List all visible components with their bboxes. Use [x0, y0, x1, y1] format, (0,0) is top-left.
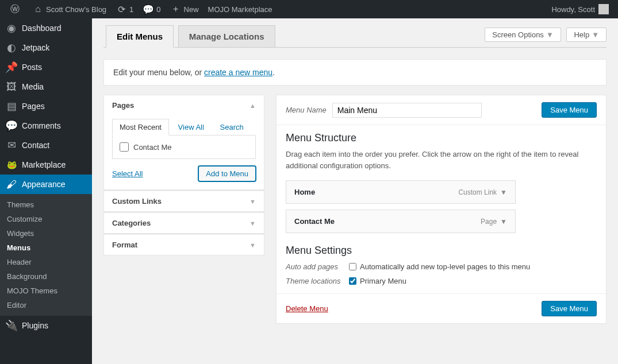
tab-edit-menus[interactable]: Edit Menus — [106, 25, 174, 48]
sidebar-item-dashboard[interactable]: ◉Dashboard — [0, 18, 92, 38]
sidebar-item-marketplace[interactable]: 🐸Marketplace — [0, 155, 92, 175]
custom-links-toggle[interactable]: Custom Links▼ — [104, 191, 264, 211]
sidebar-item-label: Dashboard — [22, 24, 62, 33]
custom-links-box: Custom Links▼ — [103, 190, 264, 212]
menu-item-home[interactable]: Home Custom Link▼ — [286, 180, 516, 204]
pages-tab-search[interactable]: Search — [213, 119, 251, 135]
page-check-label: Contact Me — [133, 143, 171, 152]
admin-sidebar: ◉Dashboard ◐Jetpack 📌Posts 🖾Media ▤Pages… — [0, 18, 92, 364]
refresh-icon: ⟳ — [116, 3, 127, 15]
plus-icon: + — [170, 3, 182, 15]
mojo-marketplace[interactable]: MOJO Marketplace — [204, 0, 277, 18]
auto-add-option[interactable]: Automatically add new top-level pages to… — [349, 262, 530, 271]
sidebar-item-media[interactable]: 🖾Media — [0, 77, 92, 96]
sidebar-item-pages[interactable]: ▤Pages — [0, 96, 92, 116]
updates[interactable]: ⟳1 — [111, 0, 138, 18]
sub-item-mojo-themes[interactable]: MOJO Themes — [0, 284, 92, 298]
theme-location-option[interactable]: Primary Menu — [349, 277, 406, 285]
new-label: New — [184, 5, 199, 14]
comments-count: 0 — [156, 5, 160, 14]
sidebar-item-posts[interactable]: 📌Posts — [0, 57, 92, 77]
menu-item-title: Home — [294, 188, 315, 196]
save-menu-button-top[interactable]: Save Menu — [542, 102, 597, 118]
pin-icon: 📌 — [6, 61, 17, 73]
screen-options-button[interactable]: Screen Options▼ — [485, 28, 561, 42]
menu-name-input[interactable] — [332, 103, 482, 118]
pages-checklist: Contact Me — [112, 135, 256, 159]
sidebar-item-appearance[interactable]: 🖌Appearance — [0, 175, 92, 194]
comments[interactable]: 💬0 — [138, 0, 165, 18]
save-menu-button-bottom[interactable]: Save Menu — [542, 301, 597, 316]
caret-down-icon: ▼ — [500, 188, 507, 196]
page-check-item[interactable]: Contact Me — [120, 142, 248, 152]
pages-tab-recent[interactable]: Most Recent — [112, 119, 169, 135]
admin-bar: ⓦ ⌂Scott Chow's Blog ⟳1 💬0 +New MOJO Mar… — [0, 0, 618, 18]
menu-item-title: Contact Me — [294, 217, 335, 226]
create-new-menu-link[interactable]: create a new menu — [204, 68, 272, 77]
sidebar-item-plugins[interactable]: 🔌Plugins — [0, 316, 92, 335]
menu-item-type: Page — [481, 218, 497, 226]
caret-down-icon: ▼ — [249, 220, 256, 227]
media-icon: 🖾 — [6, 81, 17, 92]
menu-edit-panel: Menu Name Save Menu Menu Structure Drag … — [276, 95, 607, 324]
sub-item-header[interactable]: Header — [0, 255, 92, 269]
select-all-link[interactable]: Select All — [112, 169, 143, 178]
auto-add-checkbox[interactable] — [349, 263, 356, 270]
mail-icon: ✉ — [6, 140, 17, 151]
my-account[interactable]: Howdy, Scott — [547, 0, 613, 18]
auto-add-label: Auto add pages — [286, 262, 349, 271]
sub-item-editor[interactable]: Editor — [0, 298, 92, 312]
menu-item-contact[interactable]: Contact Me Page▼ — [286, 210, 516, 233]
format-title: Format — [112, 241, 137, 249]
menu-item-type: Custom Link — [458, 188, 497, 196]
caret-down-icon: ▼ — [546, 30, 554, 39]
format-toggle[interactable]: Format▼ — [104, 234, 264, 255]
wordpress-icon: ⓦ — [9, 3, 21, 15]
site-name[interactable]: ⌂Scott Chow's Blog — [28, 0, 111, 18]
sidebar-item-label: Comments — [22, 121, 61, 130]
delete-menu-link[interactable]: Delete Menu — [286, 304, 328, 313]
howdy-label: Howdy, Scott — [551, 5, 595, 14]
brush-icon: 🖌 — [6, 179, 17, 190]
sub-item-background[interactable]: Background — [0, 269, 92, 284]
content-area: Screen Options▼ Help▼ Edit Menus Manage … — [92, 18, 618, 364]
caret-down-icon: ▼ — [249, 242, 256, 249]
sidebar-item-label: Plugins — [22, 321, 48, 330]
sub-item-menus[interactable]: Menus — [0, 241, 92, 255]
wp-logo[interactable]: ⓦ — [5, 0, 28, 18]
format-box: Format▼ — [103, 234, 264, 255]
sidebar-item-contact[interactable]: ✉Contact — [0, 135, 92, 155]
sub-item-customize[interactable]: Customize — [0, 212, 92, 226]
avatar — [598, 4, 609, 14]
add-to-menu-button[interactable]: Add to Menu — [198, 166, 256, 181]
new-content[interactable]: +New — [166, 0, 204, 18]
sidebar-item-jetpack[interactable]: ◐Jetpack — [0, 38, 92, 57]
page-checkbox[interactable] — [120, 142, 129, 152]
pages-box-title: Pages — [112, 101, 134, 110]
tab-manage-locations[interactable]: Manage Locations — [178, 25, 275, 47]
help-button[interactable]: Help▼ — [566, 28, 607, 42]
auto-add-text: Automatically add new top-level pages to… — [360, 262, 530, 271]
primary-menu-checkbox[interactable] — [349, 277, 356, 285]
pages-tab-all[interactable]: View All — [171, 119, 211, 135]
sub-item-themes[interactable]: Themes — [0, 198, 92, 212]
help-label: Help — [574, 30, 589, 39]
notice-suffix: . — [272, 68, 275, 77]
edit-menu-notice: Edit your menu below, or create a new me… — [103, 59, 607, 86]
sub-item-widgets[interactable]: Widgets — [0, 226, 92, 241]
pages-box: Pages ▲ Most Recent View All Search Cont… — [103, 95, 264, 190]
pages-box-toggle[interactable]: Pages ▲ — [104, 95, 264, 115]
caret-down-icon: ▼ — [249, 198, 256, 205]
updates-count: 1 — [129, 5, 133, 14]
screen-options-label: Screen Options — [492, 30, 544, 39]
home-icon: ⌂ — [32, 3, 44, 15]
theme-locations-label: Theme locations — [286, 277, 349, 285]
appearance-submenu: Themes Customize Widgets Menus Header Ba… — [0, 194, 92, 316]
notice-prefix: Edit your menu below, or — [113, 68, 204, 77]
menu-settings-title: Menu Settings — [286, 245, 597, 257]
sidebar-item-label: Pages — [22, 102, 45, 111]
sidebar-item-label: Jetpack — [22, 43, 49, 52]
sidebar-item-comments[interactable]: 💬Comments — [0, 116, 92, 135]
primary-menu-text: Primary Menu — [360, 277, 406, 285]
categories-toggle[interactable]: Categories▼ — [104, 212, 264, 233]
